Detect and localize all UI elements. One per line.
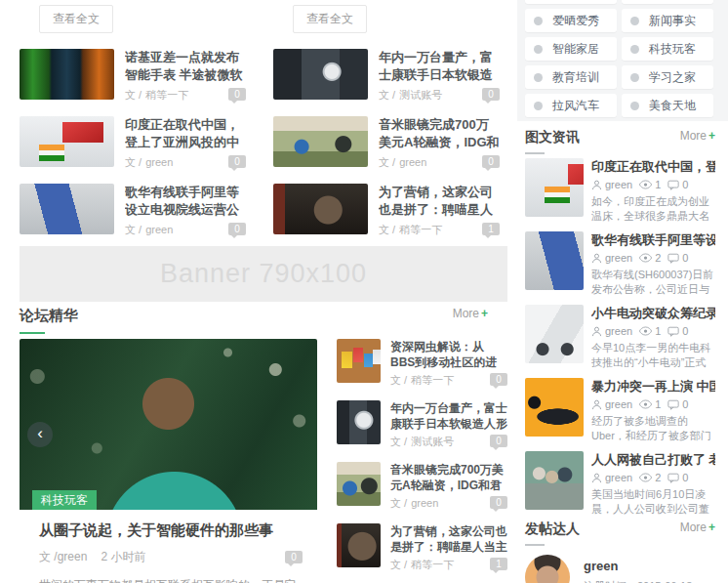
sidebar-tag[interactable]: 爱晒爱秀 [525, 9, 617, 32]
sidebar-news-item[interactable]: 暴力冲突一再上演 中国式 green 1 0 经历了被多地调查的Uber，和经历… [525, 378, 715, 443]
author-name: 稍等一下 [399, 224, 442, 235]
sidebar-news-item[interactable]: 印度正在取代中国，登上 green 1 0 如今，印度正在成为创业温床，全球很多… [525, 158, 715, 224]
avatar[interactable] [525, 555, 570, 583]
list-item[interactable]: 为了营销，这家公司也是拼了：聘喵星人当主 文 /稍等一下 1 [337, 523, 507, 572]
comment-count-badge: 0 [228, 155, 246, 168]
category-badge[interactable]: 科技玩客 [32, 490, 97, 510]
comment-count-badge: 0 [228, 223, 246, 235]
tag-dot-icon [534, 17, 543, 25]
page: 查看全文 诺基亚差一点就发布智能手表 半途被微软放 文 /稍等一下 0 印度正在… [0, 0, 728, 583]
sidebar-tag[interactable]: 学习之家 [622, 65, 713, 89]
article-byline: 文 /green [125, 155, 173, 170]
more-link[interactable]: More+ [453, 307, 488, 320]
comments-icon [667, 326, 679, 337]
forum-article-list: 资深网虫解说：从BBS到移动社区的进化 文 /稍等一下 0 年内一万台量产，富士… [337, 339, 507, 583]
views-icon [639, 180, 652, 189]
view-count: 1 [655, 325, 661, 337]
featured-title[interactable]: 从圈子说起，关于智能硬件的那些事 [39, 521, 303, 540]
sidebar-tag[interactable]: 新闻事实 [622, 9, 713, 32]
comments-icon [667, 399, 679, 410]
view-count: 1 [655, 398, 661, 410]
article-title: 诺基亚差一点就发布智能手表 半途被微软放 [125, 49, 246, 84]
news-column-left: 查看全文 诺基亚差一点就发布智能手表 半途被微软放 文 /稍等一下 0 印度正在… [20, 5, 246, 251]
sidebar-tag[interactable]: 教育培训 [525, 65, 617, 89]
news-column-right: 查看全文 年内一万台量产，富士康联手日本软银造人形 文 /测试账号 0 音米眼镜… [273, 5, 500, 251]
article-title: 音米眼镜完成700万美元A轮融资，IDG和君联 [379, 116, 500, 151]
article-byline: 文 /green [390, 496, 438, 511]
forum-section-header: 论坛精华 More+ [20, 307, 488, 334]
sidebar-tag[interactable] [525, 0, 617, 4]
article-excerpt: 歌华有线(SH600037)日前发布公告称，公司近日与中国电影股份有限 [591, 268, 715, 297]
view-full-button[interactable]: 查看全文 [39, 5, 113, 33]
comment-count: 0 [682, 179, 688, 190]
news-item[interactable]: 印度正在取代中国，登上了亚洲风投的中心舞 文 /green 0 [20, 116, 246, 170]
tag-label: 美食天地 [649, 98, 696, 114]
poster-user-row[interactable]: green 注册时间：2015-06-18 [525, 555, 715, 583]
sidebar-tag[interactable]: 美食天地 [622, 94, 713, 117]
carousel-prev-button[interactable]: ‹ [27, 422, 53, 447]
comments-icon [667, 180, 679, 190]
article-excerpt: 今早10点李一男的牛电科技推出的“小牛电动”正式登陆京东众筹 [591, 341, 715, 370]
comments-icon [667, 253, 679, 264]
list-item[interactable]: 年内一万台量产，富士康联手日本软银造人形 文 /测试账号 0 [337, 400, 507, 449]
news-item[interactable]: 音米眼镜完成700万美元A轮融资，IDG和君联 文 /green 0 [273, 116, 500, 170]
sidebar-tag[interactable] [622, 0, 713, 4]
sidebar-tag[interactable]: 智能家居 [525, 37, 617, 61]
view-count: 2 [655, 472, 661, 483]
comment-count-badge: 1 [482, 223, 500, 235]
author-name: green [411, 497, 438, 509]
ad-banner-placeholder[interactable]: Banner 790x100 [20, 246, 507, 302]
list-item[interactable]: 音米眼镜完成700万美元A轮融资，IDG和君 文 /green 0 [337, 462, 507, 511]
article-thumbnail-robot [273, 49, 368, 100]
views-icon [639, 399, 652, 409]
featured-byline: 文 /green2 小时前 [39, 549, 145, 565]
article-byline: 文 /稍等一下 [390, 558, 454, 572]
article-thumbnail-india-keyboard [525, 158, 584, 217]
comment-count: 0 [682, 325, 688, 337]
article-thumbnail-blue-card [525, 231, 584, 290]
views-icon [639, 253, 652, 263]
news-item[interactable]: 诺基亚差一点就发布智能手表 半途被微软放 文 /稍等一下 0 [20, 49, 246, 103]
featured-carousel[interactable]: ‹ 科技玩客 从圈子说起，关于智能硬件的那些事 文 /green2 小时前 0 … [20, 339, 317, 583]
comments-icon [667, 473, 679, 483]
user-icon [591, 399, 602, 410]
tag-label: 拉风汽车 [552, 98, 599, 114]
comment-count-badge: 0 [228, 88, 246, 101]
author-name: 稍等一下 [411, 374, 454, 386]
author-name: 稍等一下 [411, 559, 454, 570]
more-link[interactable]: More+ [680, 521, 715, 534]
more-link[interactable]: More+ [680, 129, 715, 143]
article-excerpt: 经历了被多地调查的Uber，和经历了被多部门约谈的滴滴快的，都在 [591, 414, 715, 443]
sidebar-tag[interactable]: 科技玩客 [622, 37, 713, 61]
article-title: 为了营销，这家公司也是拼了：聘喵星人当主 [390, 523, 507, 555]
sidebar-tag-panel: 爱晒爱秀 新闻事实 智能家居 科技玩客 教育培训 学习之家 拉风汽车 美食天地 [517, 0, 728, 121]
sidebar-tag[interactable]: 拉风汽车 [525, 94, 617, 117]
tag-label: 智能家居 [552, 41, 599, 58]
author-name: green [605, 472, 632, 483]
list-item[interactable]: 资深网虫解说：从BBS到移动社区的进化 文 /稍等一下 0 [337, 339, 507, 388]
article-excerpt: 如今，印度正在成为创业温床，全球很多鼎鼎大名的投资公司都在那 [591, 194, 715, 224]
tag-dot-icon [630, 102, 639, 110]
featured-image: ‹ 科技玩客 [20, 339, 317, 510]
news-item[interactable]: 为了营销，这家公司也是拼了：聘喵星人当主 文 /稍等一下 1 [273, 184, 500, 237]
tag-label: 学习之家 [649, 69, 696, 86]
comment-count-badge: 0 [285, 551, 303, 563]
news-item[interactable]: 歌华有线联手阿里等设立电视院线运营公司 文 /green 0 [20, 184, 246, 237]
article-byline: 文 /稍等一下 [379, 223, 442, 237]
article-title: 年内一万台量产，富士康联手日本软银造人形 [379, 49, 500, 84]
view-full-button[interactable]: 查看全文 [293, 5, 367, 33]
comment-count-badge: 0 [490, 373, 507, 386]
article-title: 为了营销，这家公司也是拼了：聘喵星人当主 [379, 184, 500, 219]
article-thumbnail-scooter [525, 305, 584, 363]
user-icon [591, 253, 602, 264]
sidebar-news-item[interactable]: 歌华有线联手阿里等设立 green 2 0 歌华有线(SH600037)日前发布… [525, 231, 715, 297]
article-thumbnail-group [525, 451, 584, 510]
news-item[interactable]: 年内一万台量产，富士康联手日本软银造人形 文 /测试账号 0 [273, 49, 500, 103]
article-byline: 文 /测试账号 [379, 88, 442, 103]
comment-count-badge: 0 [490, 435, 507, 447]
sidebar-news-item[interactable]: 小牛电动突破众筹纪录：3 green 1 0 今早10点李一男的牛电科技推出的“… [525, 305, 715, 370]
sidebar-news-section: 图文资讯 More+ 印度正在取代中国，登上 green 1 0 如今，印度正在… [525, 129, 715, 517]
sidebar-news-item[interactable]: 人人网被自己打败了 老牌 green 2 0 美国当地时间6月10日凌晨，人人公… [525, 451, 715, 517]
author-name: green [399, 156, 426, 168]
article-title: 印度正在取代中国，登上了亚洲风投的中心舞 [125, 116, 246, 151]
